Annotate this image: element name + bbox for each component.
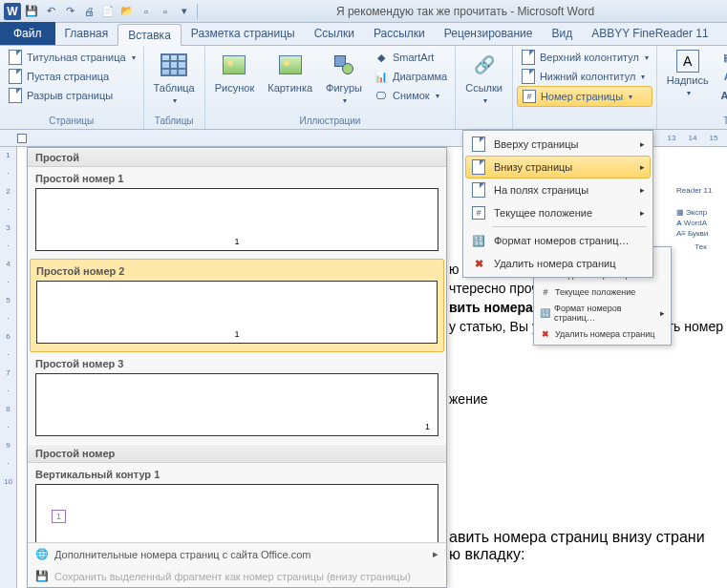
submenu-remove[interactable]: ✖Удалить номера страниц xyxy=(536,326,669,343)
gallery-footer: 🌐 Дополнительные номера страниц с сайта … xyxy=(28,542,446,587)
page-number-menu: Вверху страницы▸ Внизу страницы▸ На поля… xyxy=(462,130,653,278)
header-icon xyxy=(522,50,535,65)
group-tables: Таблица▾ Таблицы xyxy=(144,46,205,129)
chart-button[interactable]: 📊Диаграмма xyxy=(370,67,451,86)
save-label: Сохранить выделенный фрагмент как номер … xyxy=(54,571,411,582)
gallery-item-selected[interactable]: Простой номер 2 1 xyxy=(30,259,444,352)
gallery-group-header: Простой номер xyxy=(28,444,446,463)
qat-redo-icon[interactable]: ↷ xyxy=(61,3,78,20)
ruler-tick: 1 xyxy=(6,151,10,159)
gallery-item[interactable]: Простой номер 3 1 xyxy=(28,352,446,444)
qat-save-icon[interactable]: 💾 xyxy=(23,3,40,20)
group-label xyxy=(460,125,508,127)
qat-undo-icon[interactable]: ↶ xyxy=(42,3,59,20)
gallery-thumb: 1 xyxy=(35,188,438,251)
submenu-format[interactable]: 🔢Формат номеров страниц…▸ xyxy=(536,301,669,326)
menu-format-numbers[interactable]: 🔢Формат номеров страниц… xyxy=(465,229,651,252)
gallery-thumb: 1 xyxy=(36,281,438,344)
tab-insert[interactable]: Вставка xyxy=(118,24,182,46)
chevron-down-icon: ▾ xyxy=(132,53,136,62)
qat-new-icon[interactable]: 📄 xyxy=(99,3,117,20)
qat-item-icon[interactable]: ▫ xyxy=(138,3,155,20)
group-text: AНадпись▾ ▦Экспресс-бло AWordArt▾ A≡Букв… xyxy=(656,46,727,129)
qat-item2-icon[interactable]: ▫ xyxy=(157,3,174,20)
page-break-button[interactable]: Разрыв страницы xyxy=(4,86,139,105)
gallery-group-header: Простой xyxy=(28,148,446,167)
gallery-item[interactable]: Простой номер 1 1 xyxy=(28,167,446,259)
shapes-button[interactable]: Фигуры▾ xyxy=(320,48,368,109)
gallery-item-name: Вертикальный контур 1 xyxy=(35,465,438,484)
table-icon xyxy=(160,53,187,76)
menu-page-margins[interactable]: На полях страницы▸ xyxy=(465,178,651,201)
qat-print-icon[interactable]: 🖨 xyxy=(80,3,97,20)
tab-layout[interactable]: Разметка страницы xyxy=(182,23,305,45)
page-number-button[interactable]: #Номер страницы▾ xyxy=(517,86,652,107)
chart-icon: 📊 xyxy=(374,69,389,84)
wordart-icon: A xyxy=(720,69,727,84)
ribbon: Титульная страница▾ Пустая страница Разр… xyxy=(0,46,727,130)
tab-view[interactable]: Вид xyxy=(542,23,582,45)
window-title: Я рекомендую так же прочитать - Microsof… xyxy=(203,5,727,18)
tab-review[interactable]: Рецензирование xyxy=(435,23,543,45)
tab-file[interactable]: Файл xyxy=(0,22,55,45)
textbox-button[interactable]: AНадпись▾ xyxy=(661,48,715,101)
page-number-gallery: Простой Простой номер 1 1 Простой номер … xyxy=(27,147,447,588)
tab-mailings[interactable]: Рассылки xyxy=(364,23,435,45)
chevron-right-icon: ▸ xyxy=(640,185,645,195)
vertical-ruler[interactable]: 1·2·3·4·5·6·7·8·9·10 xyxy=(0,147,17,588)
office-icon: 🌐 xyxy=(35,548,49,560)
page-icon xyxy=(472,136,485,152)
side-line: A≡Букви xyxy=(674,228,727,239)
ruler-corner xyxy=(17,134,27,143)
tab-abbyy[interactable]: ABBYY FineReader 11 xyxy=(582,23,718,45)
screenshot-icon: 🖵 xyxy=(374,88,389,103)
remove-icon: ✖ xyxy=(471,256,486,271)
menu-bottom-of-page[interactable]: Внизу страницы▸ xyxy=(465,156,651,178)
page-icon xyxy=(472,182,485,198)
more-page-numbers-button[interactable]: 🌐 Дополнительные номера страниц с сайта … xyxy=(28,543,446,565)
side-line: ▦Экспр xyxy=(674,207,727,218)
ruler-tick: 13 xyxy=(662,134,681,142)
links-button[interactable]: 🔗Ссылки▾ xyxy=(460,48,508,109)
clipart-button[interactable]: Картинка xyxy=(262,48,318,95)
table-button[interactable]: Таблица▾ xyxy=(148,48,201,109)
word-app-icon[interactable]: W xyxy=(4,3,21,20)
qat-more-icon[interactable]: ▾ xyxy=(176,3,193,20)
gallery-item[interactable]: Вертикальный контур 1 1 xyxy=(28,463,446,542)
footer-button[interactable]: Нижний колонтитул▾ xyxy=(517,67,652,86)
gallery-thumb: 1 xyxy=(35,373,438,436)
footer-icon xyxy=(522,69,535,84)
chevron-down-icon: ▾ xyxy=(687,89,691,97)
shapes-icon xyxy=(332,53,355,76)
clipart-icon xyxy=(279,55,302,74)
picture-button[interactable]: Рисунок xyxy=(209,48,261,95)
menu-separator xyxy=(492,226,647,227)
picture-icon xyxy=(223,55,246,74)
menu-current-position[interactable]: #Текущее положение▸ xyxy=(465,201,651,224)
screenshot-button[interactable]: 🖵Снимок▾ xyxy=(370,86,451,105)
submenu-current[interactable]: #Текущее положение xyxy=(536,284,669,301)
page-number-icon: # xyxy=(523,90,536,103)
gallery-item-name: Простой номер 1 xyxy=(35,169,438,188)
break-icon xyxy=(9,88,22,103)
quick-access-toolbar: W 💾 ↶ ↷ 🖨 📄 📂 ▫ ▫ ▾ xyxy=(0,3,203,20)
blank-page-button[interactable]: Пустая страница xyxy=(4,67,139,86)
group-header-footer: Верхний колонтитул▾ Нижний колонтитул▾ #… xyxy=(513,46,656,129)
chevron-right-icon: ▸ xyxy=(640,162,645,172)
tab-home[interactable]: Главная xyxy=(55,23,118,45)
cover-page-button[interactable]: Титульная страница▾ xyxy=(4,48,139,67)
smartart-button[interactable]: ◆SmartArt xyxy=(370,48,451,67)
tab-references[interactable]: Ссылки xyxy=(305,23,364,45)
quickparts-button[interactable]: ▦Экспресс-бло xyxy=(716,48,727,67)
workspace: 1·2·3·4·5·6·7·8·9·10 Простой Простой ном… xyxy=(0,147,727,588)
page-icon xyxy=(9,69,22,84)
menu-top-of-page[interactable]: Вверху страницы▸ xyxy=(465,133,651,156)
format-icon: 🔢 xyxy=(540,307,550,319)
qat-open-icon[interactable]: 📂 xyxy=(118,3,136,20)
page-icon xyxy=(9,50,22,65)
header-button[interactable]: Верхний колонтитул▾ xyxy=(517,48,652,67)
dropcap-button[interactable]: A≡Буквица▾ xyxy=(716,86,727,105)
wordart-button[interactable]: AWordArt▾ xyxy=(716,67,727,86)
dropcap-icon: A≡ xyxy=(720,88,727,103)
menu-remove-numbers[interactable]: ✖Удалить номера страниц xyxy=(465,252,651,275)
